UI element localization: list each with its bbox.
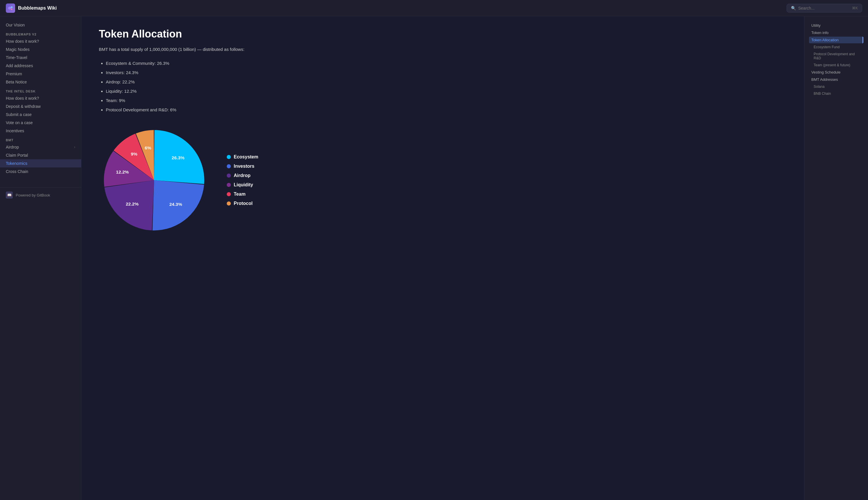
legend-item-team: Team: [227, 192, 259, 197]
svg-text:9%: 9%: [131, 151, 137, 156]
sidebar-item-time-travel[interactable]: Time-Travel: [0, 54, 81, 61]
svg-text:24.3%: 24.3%: [169, 202, 182, 207]
airdrop-dot: [227, 173, 231, 178]
toc-item-bnb-chain[interactable]: BNB Chain: [809, 90, 863, 97]
chart-area: 26.3%24.3%22.2%12.2%9%6% Ecosystem Inves…: [99, 125, 787, 236]
svg-text:6%: 6%: [145, 145, 151, 150]
page-title: Token Allocation: [99, 28, 787, 40]
list-item-protocol: Protocol Development and R&D: 6%: [106, 106, 787, 113]
sidebar-item-add-addresses[interactable]: Add addresses: [0, 61, 81, 70]
search-bar[interactable]: 🔍 ⌘K: [787, 4, 862, 12]
svg-text:12.2%: 12.2%: [116, 170, 129, 174]
list-item-team: Team: 9%: [106, 97, 787, 104]
legend-label-investors: Investors: [234, 164, 254, 169]
search-input[interactable]: [798, 6, 850, 10]
sidebar-item-airdrop[interactable]: Airdrop ›: [0, 143, 81, 151]
layout: Our Vision BUBBLEMAPS V2 How does it wor…: [0, 16, 868, 500]
investors-dot: [227, 164, 231, 168]
sidebar-item-cross-chain[interactable]: Cross Chain: [0, 168, 81, 175]
svg-point-2: [11, 9, 12, 10]
sidebar-item-deposit-withdraw[interactable]: Deposit & withdraw: [0, 102, 81, 111]
pie-chart: 26.3%24.3%22.2%12.2%9%6%: [99, 125, 209, 236]
list-item-ecosystem: Ecosystem & Community: 26.3%: [106, 60, 787, 67]
svg-text:26.3%: 26.3%: [172, 155, 185, 160]
sidebar-item-beta-notice[interactable]: Beta Notice: [0, 78, 81, 86]
legend-item-airdrop: Airdrop: [227, 173, 259, 178]
chart-legend: Ecosystem Investors Airdrop Liquidity Te…: [227, 154, 259, 206]
team-dot: [227, 192, 231, 196]
sidebar-section-intel-desk: THE INTEL DESK: [0, 86, 81, 94]
sidebar-section-bmt: BMT: [0, 135, 81, 143]
search-icon: 🔍: [791, 6, 796, 10]
legend-label-liquidity: Liquidity: [234, 182, 253, 188]
toc-item-bmt-addresses[interactable]: BMT Addresses: [809, 76, 863, 83]
legend-label-team: Team: [234, 192, 245, 197]
sidebar-item-tokenomics[interactable]: Tokenomics: [0, 159, 81, 168]
sidebar-item-our-vision[interactable]: Our Vision: [0, 21, 81, 29]
toc-item-ecosystem-fund[interactable]: Ecosystem Fund: [809, 44, 863, 50]
logo-icon: [6, 3, 15, 13]
allocation-list: Ecosystem & Community: 26.3% Investors: …: [99, 60, 787, 113]
left-sidebar: Our Vision BUBBLEMAPS V2 How does it wor…: [0, 16, 81, 500]
gitbook-label: Powered by GitBook: [16, 193, 50, 197]
chevron-right-icon: ›: [74, 145, 75, 149]
sidebar-section-bubblemaps-v2: BUBBLEMAPS V2: [0, 29, 81, 37]
sidebar-item-submit-case[interactable]: Submit a case: [0, 111, 81, 118]
toc-item-token-info[interactable]: Token info: [809, 29, 863, 36]
main-content: Token Allocation BMT has a total supply …: [81, 16, 804, 500]
legend-item-ecosystem: Ecosystem: [227, 154, 259, 160]
svg-text:22.2%: 22.2%: [126, 202, 139, 206]
toc-item-solana[interactable]: Solana: [809, 83, 863, 90]
list-item-airdrop: Airdrop: 22.2%: [106, 79, 787, 86]
toc-item-vesting-schedule[interactable]: Vesting Schedule: [809, 69, 863, 76]
sidebar-item-claim-portal[interactable]: Claim Portal: [0, 151, 81, 159]
header: Bubblemaps Wiki 🔍 ⌘K: [0, 0, 868, 16]
toc-item-protocol-dev[interactable]: Protocol Development and R&D: [809, 51, 863, 61]
sidebar-item-how-does-it-work-v2[interactable]: How does it work?: [0, 37, 81, 45]
legend-item-investors: Investors: [227, 164, 259, 169]
toc-item-token-allocation[interactable]: Token Allocation: [809, 37, 863, 43]
search-shortcut: ⌘K: [852, 6, 858, 10]
list-item-investors: Investors: 24.3%: [106, 69, 787, 76]
legend-label-protocol: Protocol: [234, 201, 253, 206]
liquidity-dot: [227, 183, 231, 187]
legend-item-protocol: Protocol: [227, 201, 259, 206]
toc-item-team-present-future[interactable]: Team (present & future): [809, 62, 863, 68]
right-sidebar-toc: Utility Token info Token Allocation Ecos…: [804, 16, 868, 500]
gitbook-icon: 📖: [6, 192, 13, 198]
sidebar-item-how-does-it-work-intel[interactable]: How does it work?: [0, 94, 81, 102]
header-title: Bubblemaps Wiki: [18, 5, 57, 11]
ecosystem-dot: [227, 155, 231, 159]
legend-label-airdrop: Airdrop: [234, 173, 251, 178]
svg-point-0: [8, 7, 11, 10]
legend-item-liquidity: Liquidity: [227, 182, 259, 188]
sidebar-item-premium[interactable]: Premium: [0, 70, 81, 78]
header-left: Bubblemaps Wiki: [6, 3, 57, 13]
svg-point-1: [11, 6, 13, 8]
powered-by-gitbook[interactable]: 📖 Powered by GitBook: [0, 187, 81, 203]
sidebar-item-magic-nodes[interactable]: Magic Nodes: [0, 45, 81, 54]
list-item-liquidity: Liquidity: 12.2%: [106, 88, 787, 95]
protocol-dot: [227, 202, 231, 205]
legend-label-ecosystem: Ecosystem: [234, 154, 259, 160]
sidebar-item-incentives[interactable]: Incentives: [0, 127, 81, 135]
toc-item-utility[interactable]: Utility: [809, 22, 863, 29]
sidebar-item-vote-on-case[interactable]: Vote on a case: [0, 118, 81, 127]
page-description: BMT has a total supply of 1,000,000,000 …: [99, 46, 787, 53]
